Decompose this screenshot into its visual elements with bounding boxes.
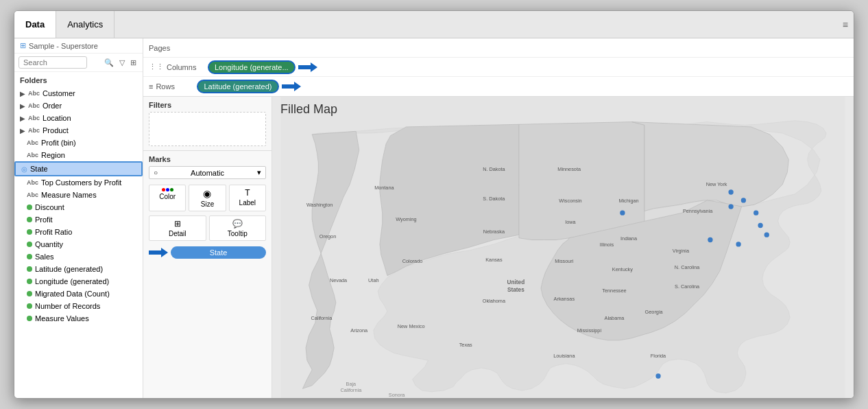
field-top-customers[interactable]: Abc Top Customers by Profit — [14, 176, 143, 189]
field-profit-bin[interactable]: Abc Profit (bin) — [14, 137, 143, 149]
columns-pill[interactable]: Longitude (generate... — [208, 60, 296, 74]
arrow-right-rows — [282, 82, 301, 91]
shelf-area: Pages ⋮⋮ Columns Longitude (generate... … — [143, 38, 854, 97]
svg-text:Wyoming: Wyoming — [396, 216, 416, 222]
arrow-right-icon2: ▶ — [20, 102, 25, 110]
svg-marker-6 — [519, 122, 644, 240]
map-title: Filled Map — [280, 102, 337, 117]
abc-icon7: Abc — [27, 179, 38, 186]
svg-text:Arkansas: Arkansas — [554, 296, 575, 302]
svg-text:Louisiana: Louisiana — [553, 353, 575, 359]
arrow-to-state — [149, 248, 168, 257]
field-discount[interactable]: Discount — [14, 201, 143, 213]
measure-dot-quantity — [27, 242, 32, 247]
svg-text:Minnesota: Minnesota — [557, 166, 581, 172]
svg-text:Pennsylvania: Pennsylvania — [683, 208, 713, 214]
svg-point-47 — [728, 189, 733, 194]
field-longitude[interactable]: Longitude (generated) — [14, 275, 143, 288]
field-number-records[interactable]: Number of Records — [14, 300, 143, 312]
left-panel: ⊞ Sample - Superstore 🔍 ▽ ⊞ Folders ▶ Ab… — [14, 38, 143, 398]
folder-customer[interactable]: ▶ Abc Customer — [14, 87, 143, 100]
field-latitude[interactable]: Latitude (generated) — [14, 263, 143, 275]
columns-icon: ⋮⋮ — [149, 62, 164, 71]
svg-text:Chihuahua: Chihuahua — [437, 397, 461, 398]
folders-label: Folders — [14, 72, 143, 86]
tooltip-button[interactable]: 💬 Tooltip — [209, 215, 267, 241]
svg-text:Alabama: Alabama — [605, 315, 625, 321]
abc-icon8: Abc — [27, 191, 38, 198]
rows-shelf: ≡ Rows Latitude (generated) — [143, 77, 854, 96]
svg-text:Nebraska: Nebraska — [483, 229, 505, 235]
svg-text:Colorado: Colorado — [402, 258, 423, 264]
folder-product[interactable]: ▶ Abc Product — [14, 124, 143, 137]
svg-text:Missouri: Missouri — [555, 258, 574, 264]
search-input[interactable] — [19, 56, 87, 69]
svg-marker-2 — [149, 248, 168, 257]
field-measure-names[interactable]: Abc Measure Names — [14, 189, 143, 201]
svg-point-54 — [708, 237, 712, 242]
columns-label: Columns — [167, 63, 208, 71]
field-profit-ratio[interactable]: Profit Ratio — [14, 226, 143, 238]
svg-text:California: California — [311, 315, 333, 321]
abc-icon4: Abc — [28, 127, 40, 134]
svg-text:Virginia: Virginia — [673, 248, 690, 254]
field-region[interactable]: Abc Region — [14, 149, 143, 161]
field-profit[interactable]: Profit — [14, 213, 143, 226]
label-icon: T — [245, 188, 250, 198]
color-icon — [162, 188, 173, 191]
measure-dot-profit-ratio — [27, 229, 32, 235]
svg-text:S. Dakota: S. Dakota — [483, 196, 505, 202]
main-window: Data Analytics ≡ ⊞ Sample - Superstore 🔍… — [14, 10, 854, 399]
svg-point-56 — [655, 373, 660, 378]
field-state[interactable]: ◎ State — [14, 161, 143, 176]
svg-text:Kansas: Kansas — [485, 257, 503, 263]
svg-text:N. Carolina: N. Carolina — [675, 265, 700, 271]
field-sales[interactable]: Sales — [14, 250, 143, 263]
color-button[interactable]: Color — [149, 185, 186, 211]
measure-dot-values — [27, 316, 32, 321]
svg-point-51 — [758, 223, 762, 228]
svg-text:N. Dakota: N. Dakota — [483, 166, 505, 172]
filters-dropzone[interactable] — [149, 112, 266, 146]
search-icons: 🔍 ▽ ⊞ — [102, 58, 138, 68]
content-area: ⊞ Sample - Superstore 🔍 ▽ ⊞ Folders ▶ Ab… — [14, 38, 854, 398]
search-icon[interactable]: 🔍 — [102, 58, 116, 68]
menu-icon[interactable]: ≡ — [843, 19, 848, 30]
folder-location[interactable]: ▶ Abc Location — [14, 112, 143, 124]
svg-text:Illinois: Illinois — [600, 242, 614, 248]
marks-type-dropdown[interactable]: ○ Automatic ▾ — [149, 166, 266, 179]
arrow-right-icon4: ▶ — [20, 127, 25, 135]
svg-text:Kentucky: Kentucky — [612, 266, 633, 272]
field-quantity[interactable]: Quantity — [14, 238, 143, 250]
svg-point-49 — [741, 198, 746, 202]
measure-dot-longitude — [27, 279, 32, 284]
datasource-label: ⊞ Sample - Superstore — [14, 38, 143, 54]
grid-icon[interactable]: ⊞ — [128, 58, 138, 68]
svg-text:States: States — [507, 287, 525, 293]
svg-text:Baja: Baja — [346, 381, 357, 387]
field-measure-values[interactable]: Measure Values — [14, 312, 143, 325]
svg-text:Nevada: Nevada — [330, 277, 348, 283]
measure-dot-latitude — [27, 266, 32, 272]
measure-dot-profit — [27, 217, 32, 222]
svg-text:Indiana: Indiana — [620, 235, 638, 242]
svg-text:Iowa: Iowa — [565, 219, 576, 225]
size-button[interactable]: ◉ Size — [189, 185, 226, 211]
filter-icon[interactable]: ▽ — [117, 58, 127, 68]
label-button[interactable]: T Label — [229, 185, 266, 211]
field-migrated-data[interactable]: Migrated Data (Count) — [14, 288, 143, 300]
tab-analytics[interactable]: Analytics — [56, 11, 114, 38]
svg-marker-1 — [282, 82, 301, 91]
detail-button[interactable]: ⊞ Detail — [149, 215, 206, 241]
svg-text:Michigan: Michigan — [618, 198, 638, 204]
arrow-right-icon: ▶ — [20, 90, 25, 97]
svg-text:Utah: Utah — [368, 277, 378, 283]
folder-order[interactable]: ▶ Abc Order — [14, 100, 143, 112]
rows-pill[interactable]: Latitude (generated) — [197, 80, 278, 93]
abc-icon6: Abc — [27, 152, 38, 159]
svg-text:Sonora: Sonora — [389, 392, 405, 398]
state-pill[interactable]: State — [171, 246, 266, 259]
tab-data[interactable]: Data — [14, 11, 56, 38]
pages-label: Pages — [149, 44, 190, 52]
rows-label: Rows — [156, 82, 197, 91]
